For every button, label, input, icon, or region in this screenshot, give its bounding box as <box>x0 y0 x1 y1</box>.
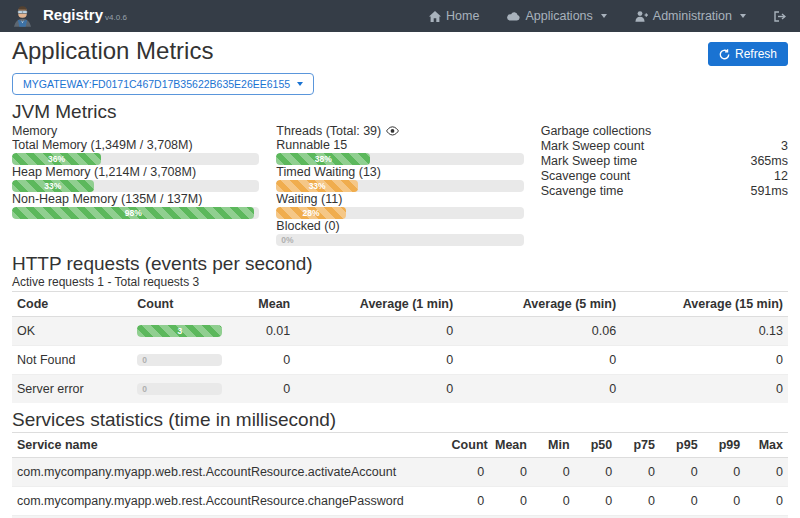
caret-down-icon <box>740 14 746 18</box>
memory-column: Memory Total Memory (1,349M / 3,708M) 36… <box>12 124 259 247</box>
http-row-server-error: Server error 0 0 0 0 0 <box>12 375 788 404</box>
count-progress: 0 <box>137 383 222 395</box>
nonheap-memory-progress: 98% <box>12 207 259 219</box>
jvm-metrics-title: JVM Metrics <box>12 101 788 122</box>
col-header-min: Min <box>532 433 575 458</box>
count-progress: 0 <box>137 354 222 366</box>
timed-waiting-label: Timed Waiting (13) <box>276 166 523 179</box>
col-header-count: Count <box>132 292 233 317</box>
http-requests-title: HTTP requests (events per second) <box>12 253 788 274</box>
cloud-icon <box>507 11 520 21</box>
page-title: Application Metrics <box>12 38 213 63</box>
registry-logo-icon <box>10 4 35 29</box>
gc-row: Scavenge count12 <box>541 169 788 184</box>
col-header-code: Code <box>12 292 132 317</box>
brand-version: v4.0.6 <box>105 13 127 22</box>
total-memory-progress: 36% <box>12 153 259 165</box>
col-header-avg5: Average (5 min) <box>458 292 621 317</box>
memory-title: Memory <box>12 124 259 138</box>
sign-out-icon <box>774 11 786 22</box>
col-header-avg15: Average (15 min) <box>621 292 788 317</box>
http-row-ok: OK 3 0.01 0 0.06 0.13 <box>12 317 788 346</box>
home-icon <box>429 11 441 22</box>
col-header-max: Max <box>745 433 788 458</box>
nav-item-applications[interactable]: Applications <box>507 9 606 23</box>
runnable-label: Runnable 15 <box>276 139 523 152</box>
col-header-avg1: Average (1 min) <box>295 292 458 317</box>
services-statistics-table: Service name Count Mean Min p50 p75 p95 … <box>12 432 788 518</box>
waiting-label: Waiting (11) <box>276 193 523 206</box>
service-row: com.mycompany.myapp.web.rest.AccountReso… <box>12 458 788 487</box>
caret-down-icon <box>601 14 607 18</box>
total-memory-label: Total Memory (1,349M / 3,708M) <box>12 139 259 152</box>
eye-icon[interactable] <box>386 126 399 136</box>
col-header-p50: p50 <box>575 433 618 458</box>
col-header-p95: p95 <box>660 433 703 458</box>
col-header-mean: Mean <box>489 433 532 458</box>
service-row: com.mycompany.myapp.web.rest.AccountReso… <box>12 487 788 516</box>
col-header-p99: p99 <box>703 433 746 458</box>
count-progress: 3 <box>137 325 222 337</box>
http-row-not-found: Not Found 0 0 0 0 0 <box>12 346 788 375</box>
nav-menu: Home Applications Administration <box>429 9 786 23</box>
caret-down-icon <box>297 82 303 86</box>
navbar: Registryv4.0.6 Home Applications Adminis… <box>0 0 800 32</box>
gc-title: Garbage collections <box>541 124 788 138</box>
gc-row: Mark Sweep count3 <box>541 139 788 154</box>
gc-row: Mark Sweep time365ms <box>541 154 788 169</box>
threads-column: Threads (Total: 39) Runnable 15 38% Time… <box>276 124 523 247</box>
logout-button[interactable] <box>774 11 786 22</box>
col-header-count: Count <box>447 433 490 458</box>
jvm-metrics-panel: Memory Total Memory (1,349M / 3,708M) 36… <box>12 124 788 247</box>
threads-title: Threads (Total: 39) <box>276 124 523 138</box>
col-header-p75: p75 <box>617 433 660 458</box>
user-plus-icon <box>635 11 648 22</box>
http-table-header-row: Code Count Mean Average (1 min) Average … <box>12 292 788 317</box>
timed-waiting-progress: 33% <box>276 180 523 192</box>
blocked-label: Blocked (0) <box>276 220 523 233</box>
http-requests-table: Code Count Mean Average (1 min) Average … <box>12 291 788 403</box>
refresh-button[interactable]: Refresh <box>708 42 788 66</box>
runnable-progress: 38% <box>276 153 523 165</box>
nonheap-memory-label: Non-Heap Memory (135M / 137M) <box>12 193 259 206</box>
col-header-service-name: Service name <box>12 433 447 458</box>
page-header: Application Metrics Refresh <box>12 38 788 66</box>
gc-column: Garbage collections Mark Sweep count3 Ma… <box>541 124 788 247</box>
main-content: Application Metrics Refresh MYGATEWAY:FD… <box>0 38 800 518</box>
brand-title: Registryv4.0.6 <box>43 7 127 25</box>
refresh-icon <box>719 49 730 60</box>
gc-row: Scavenge time591ms <box>541 184 788 199</box>
col-header-mean: Mean <box>233 292 295 317</box>
heap-memory-label: Heap Memory (1,214M / 3,708M) <box>12 166 259 179</box>
nav-item-administration[interactable]: Administration <box>635 9 746 23</box>
waiting-progress: 28% <box>276 207 523 219</box>
instance-selector-dropdown[interactable]: MYGATEWAY:FD0171C467D17B35622B635E26EE61… <box>12 73 314 95</box>
services-statistics-title: Services statistics (time in millisecond… <box>12 409 788 430</box>
brand-link[interactable]: Registryv4.0.6 <box>10 4 127 29</box>
services-table-header-row: Service name Count Mean Min p50 p75 p95 … <box>12 433 788 458</box>
heap-memory-progress: 33% <box>12 180 259 192</box>
http-requests-subtitle: Active requests 1 - Total requests 3 <box>12 276 788 289</box>
blocked-progress: 0% <box>276 234 523 246</box>
nav-item-home[interactable]: Home <box>429 9 479 23</box>
